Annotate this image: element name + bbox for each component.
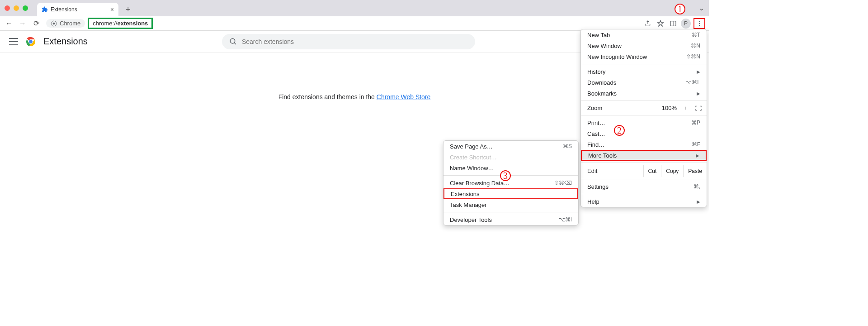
back-button[interactable]: ← <box>4 18 14 29</box>
submenu-developer-tools[interactable]: Developer Tools⌥⌘I <box>443 214 578 225</box>
search-input[interactable] <box>242 38 468 45</box>
kebab-icon <box>696 20 703 27</box>
chrome-icon <box>51 20 57 27</box>
submenu-task-manager[interactable]: Task Manager <box>443 199 578 210</box>
browser-tab[interactable]: Extensions × <box>37 3 118 16</box>
new-tab-button[interactable]: + <box>122 3 134 16</box>
edit-label: Edit <box>581 165 643 177</box>
share-icon[interactable] <box>643 19 653 29</box>
svg-point-6 <box>699 24 700 25</box>
traffic-lights <box>5 5 28 11</box>
svg-point-4 <box>699 21 700 22</box>
site-identity-label: Chrome <box>60 20 80 27</box>
url-scheme: chrome:// <box>93 20 117 27</box>
menu-find[interactable]: Find…⌘F <box>581 139 707 150</box>
submenu-arrow-icon: ▶ <box>697 199 700 204</box>
page-title: Extensions <box>43 36 88 47</box>
svg-point-10 <box>230 38 235 43</box>
submenu-extensions[interactable]: Extensions <box>443 188 578 199</box>
close-window-button[interactable] <box>5 5 10 11</box>
menu-new-window[interactable]: New Window⌘N <box>581 40 707 51</box>
menu-new-tab[interactable]: New Tab⌘T <box>581 29 707 40</box>
fullscreen-icon[interactable] <box>695 105 702 111</box>
svg-point-5 <box>699 23 700 24</box>
submenu-save-page[interactable]: Save Page As…⌘S <box>443 141 578 152</box>
promo-text: Find extensions and themes in the <box>278 93 377 101</box>
tab-close-icon[interactable]: × <box>110 6 114 13</box>
search-extensions-box[interactable] <box>222 34 475 49</box>
annotation-2: 2 <box>614 125 625 136</box>
search-icon <box>229 38 237 46</box>
side-panel-icon[interactable] <box>668 19 678 29</box>
menu-new-incognito[interactable]: New Incognito Window⇧⌘N <box>581 51 707 62</box>
tab-title: Extensions <box>51 6 77 13</box>
annotation-3: 3 <box>500 170 511 181</box>
site-identity[interactable]: Chrome <box>46 19 85 28</box>
menu-print[interactable]: Print…⌘P <box>581 117 707 128</box>
svg-line-11 <box>234 43 236 44</box>
menu-paste[interactable]: Paste <box>683 165 707 177</box>
menu-history[interactable]: History▶ <box>581 66 707 77</box>
svg-rect-2 <box>670 21 676 26</box>
tab-strip: Extensions × + <box>37 0 134 16</box>
main-menu-button[interactable] <box>693 18 705 29</box>
zoom-out-button[interactable]: − <box>648 105 657 111</box>
submenu-arrow-icon: ▶ <box>696 153 699 158</box>
menu-cast[interactable]: Cast… <box>581 128 707 139</box>
main-menu: New Tab⌘T New Window⌘N New Incognito Win… <box>580 29 707 207</box>
chrome-web-store-link[interactable]: Chrome Web Store <box>377 93 431 101</box>
reload-button[interactable]: ⟳ <box>31 18 42 29</box>
menu-edit-row: Edit Cut Copy Paste <box>581 165 707 177</box>
forward-button[interactable]: → <box>17 18 28 29</box>
menu-settings[interactable]: Settings⌘, <box>581 181 707 192</box>
zoom-label: Zoom <box>587 105 602 111</box>
submenu-create-shortcut: Create Shortcut… <box>443 152 578 163</box>
url-host: extensions <box>117 20 148 27</box>
menu-help[interactable]: Help▶ <box>581 196 707 207</box>
hamburger-menu-button[interactable] <box>9 38 18 45</box>
window-title-bar: Extensions × + ⌄ <box>0 0 709 16</box>
address-bar[interactable]: chrome://extensions <box>88 18 153 29</box>
submenu-clear-browsing[interactable]: Clear Browsing Data…⇧⌘⌫ <box>443 177 578 188</box>
menu-zoom-row: Zoom − 100% + <box>581 103 707 113</box>
star-icon[interactable] <box>656 19 665 29</box>
submenu-name-window[interactable]: Name Window… <box>443 163 578 173</box>
annotation-1: 1 <box>675 4 685 14</box>
submenu-arrow-icon: ▶ <box>697 91 700 96</box>
svg-point-1 <box>53 22 55 24</box>
fullscreen-window-button[interactable] <box>23 5 28 11</box>
zoom-in-button[interactable]: + <box>681 105 690 111</box>
minimize-window-button[interactable] <box>14 5 19 11</box>
submenu-arrow-icon: ▶ <box>697 69 700 74</box>
menu-cut[interactable]: Cut <box>643 165 661 177</box>
menu-more-tools[interactable]: More Tools▶ <box>581 150 707 161</box>
profile-avatar[interactable]: P <box>681 19 691 29</box>
chrome-logo-icon <box>25 36 36 47</box>
menu-copy[interactable]: Copy <box>661 165 683 177</box>
extension-icon <box>42 6 48 13</box>
zoom-value: 100% <box>662 105 677 111</box>
dropdown-chevron-icon[interactable]: ⌄ <box>699 5 704 12</box>
menu-bookmarks[interactable]: Bookmarks▶ <box>581 88 707 99</box>
more-tools-submenu: Save Page As…⌘S Create Shortcut… Name Wi… <box>443 140 579 225</box>
menu-downloads[interactable]: Downloads⌥⌘L <box>581 77 707 88</box>
